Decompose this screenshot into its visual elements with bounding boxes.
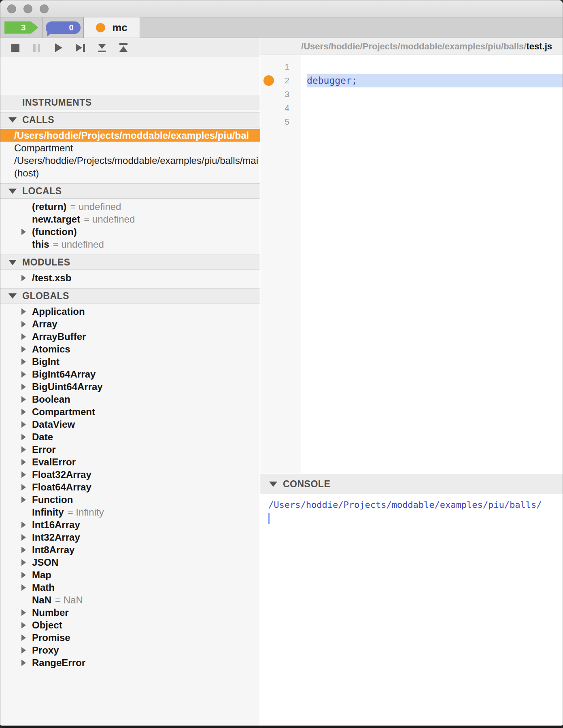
tab-machine-mc[interactable]: mc [84,17,140,38]
call-stack-row[interactable]: Compartment [0,142,260,154]
code-content[interactable] [301,101,563,115]
variable-row[interactable]: BigInt [0,355,260,368]
variable-row[interactable]: new.target= undefined [0,213,260,225]
breakpoint-dot[interactable] [263,75,274,86]
variable-row[interactable]: Date [0,431,260,443]
variable-row[interactable]: Number [0,606,260,619]
zoom-button[interactable] [40,4,49,13]
code-text: debugger; [307,75,357,86]
disclosure-triangle [21,359,26,365]
disclosure-triangle [21,547,26,553]
chevron-right-icon [21,308,32,315]
section-header-instruments[interactable]: INSTRUMENTS [0,95,260,110]
variable-row[interactable]: Float32Array [0,468,260,481]
line-number[interactable]: 4 [276,103,289,113]
variable-row[interactable]: Atomics [0,343,260,355]
variable-name: this [32,238,49,250]
line-number[interactable]: 5 [276,117,289,127]
titlebar[interactable] [0,0,563,17]
disclosure-triangle [21,647,26,654]
variable-row[interactable]: BigInt64Array [0,368,260,380]
section-header-globals[interactable]: GLOBALS [0,288,260,304]
variable-row[interactable]: Compartment [0,405,260,418]
variable-row[interactable]: Error [0,443,260,456]
variable-row[interactable]: Infinity= Infinity [0,506,260,518]
disclosure-triangle [21,346,26,352]
variable-row[interactable]: NaN= NaN [0,594,260,606]
text-cursor [268,513,270,524]
variable-row[interactable]: Function [0,493,260,506]
variable-row[interactable]: Array [0,318,260,330]
disclosure-triangle [21,333,26,340]
breakpoint-gutter[interactable] [260,75,276,86]
variable-row[interactable]: Int16Array [0,518,260,531]
step-out-button[interactable] [118,42,129,53]
variable-row[interactable]: BigUint64Array [0,380,260,393]
line-number[interactable]: 3 [276,89,289,99]
step-over-button[interactable] [74,42,86,53]
stop-icon [10,42,21,53]
variable-row[interactable]: Float64Array [0,481,260,493]
variable-row[interactable]: /test.xsb [0,272,260,284]
chevron-right-icon [21,572,32,578]
variable-name: Int8Array [32,543,74,556]
chevron-right-icon [21,371,32,378]
disclosure-triangle [21,459,26,465]
console-body[interactable]: /Users/hoddie/Projects/moddable/examples… [260,495,563,726]
code-content[interactable] [301,115,563,129]
variable-row[interactable]: (function) [0,225,260,238]
variable-row[interactable]: EvalError [0,456,260,468]
code-line: 2debugger; [260,74,563,87]
call-stack-row[interactable]: (host) [0,167,260,179]
variable-row[interactable]: DataView [0,418,260,431]
variable-row[interactable]: RangeError [0,656,260,669]
code-content[interactable] [301,60,563,74]
variable-name: Infinity [32,506,64,518]
tab-messages[interactable]: 0 [42,17,84,38]
variable-name: Compartment [32,405,95,418]
chevron-right-icon [21,346,32,352]
console-header[interactable]: CONSOLE [260,474,563,494]
variable-row[interactable]: ArrayBuffer [0,330,260,343]
section-header-calls[interactable]: CALLS [0,112,260,127]
section-header-locals[interactable]: LOCALS [0,183,260,199]
variable-row[interactable]: Int8Array [0,543,260,556]
line-number[interactable]: 2 [276,76,289,85]
stop-button[interactable] [10,42,21,53]
close-button[interactable] [7,4,16,13]
line-number[interactable]: 1 [276,62,289,72]
code-content[interactable]: debugger; [301,74,563,87]
tab-breakpoints[interactable]: 3 [0,17,42,38]
variable-row[interactable]: Map [0,569,260,581]
breakpoints-badge-icon: 3 [4,21,38,34]
run-button[interactable] [53,42,64,53]
variable-name: Object [32,619,62,631]
chevron-right-icon [21,635,32,641]
section-header-modules[interactable]: MODULES [0,255,260,270]
variable-row[interactable]: Boolean [0,393,260,405]
call-stack-row[interactable]: /Users/hoddie/Projects/moddable/examples… [0,129,260,142]
code-editor[interactable]: 12debugger;345 [260,55,563,474]
pause-button[interactable] [32,42,42,53]
disclosure-triangle [21,522,26,528]
variable-row[interactable]: Proxy [0,644,260,656]
variable-row[interactable]: Object [0,619,260,631]
disclosure-triangle [21,471,26,478]
variable-row[interactable]: Application [0,305,260,318]
chevron-down-icon [8,189,22,194]
chevron-right-icon [21,484,32,490]
variable-row[interactable]: (return)= undefined [0,200,260,213]
variable-row[interactable]: JSON [0,556,260,569]
call-stack-row[interactable]: /Users/hoddie/Projects/moddable/examples… [0,154,260,167]
disclosure-triangle [21,534,26,541]
variable-row[interactable]: Promise [0,631,260,644]
variable-name: new.target [32,213,80,225]
variable-name: /test.xsb [32,272,71,284]
section-label: MODULES [22,257,70,268]
variable-row[interactable]: this= undefined [0,238,260,250]
variable-row[interactable]: Math [0,581,260,594]
code-content[interactable] [301,87,563,101]
minimize-button[interactable] [23,4,32,13]
step-into-button[interactable] [97,42,107,53]
variable-row[interactable]: Int32Array [0,531,260,543]
